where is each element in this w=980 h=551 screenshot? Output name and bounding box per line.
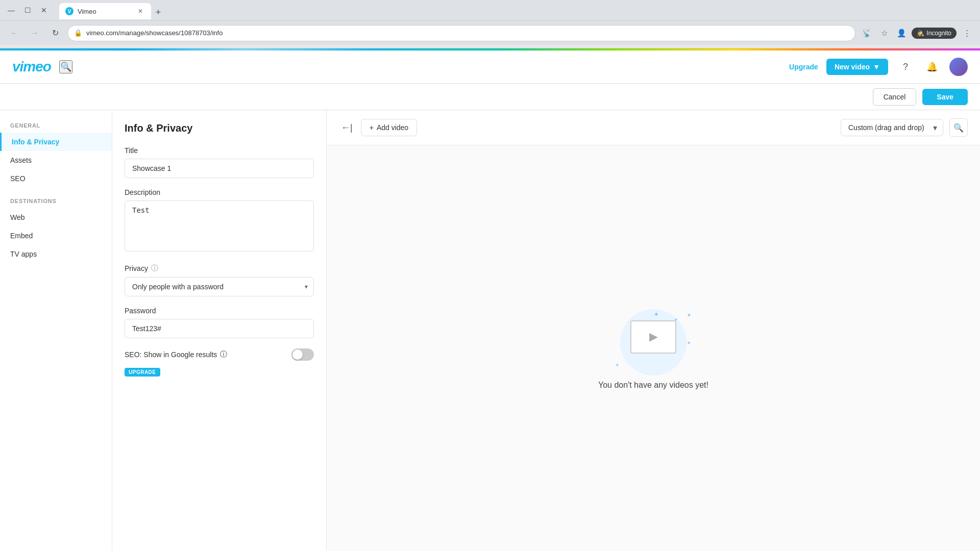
sidebar: GENERAL Info & Privacy Assets SEO DESTIN… <box>0 110 112 551</box>
browser-chrome: — ☐ ✕ V Vimeo ✕ + ← → ↻ 🔒 vimeo.com/mana… <box>0 0 980 48</box>
privacy-group: Privacy ⓘ Only people with a password An… <box>125 264 314 296</box>
avatar[interactable] <box>949 58 968 76</box>
sidebar-item-seo[interactable]: SEO <box>0 169 112 188</box>
description-textarea[interactable]: Test <box>125 201 314 252</box>
incognito-label: Incognito <box>926 30 951 37</box>
sparkle-icon-1: ✦ <box>653 310 659 318</box>
title-label: Title <box>125 146 314 155</box>
destinations-section-label: DESTINATIONS <box>0 198 112 208</box>
new-video-button[interactable]: New video ▼ <box>826 59 888 75</box>
main-layout: GENERAL Info & Privacy Assets SEO DESTIN… <box>0 110 980 551</box>
forward-nav-button[interactable]: → <box>27 25 43 41</box>
new-tab-button[interactable]: + <box>151 5 165 19</box>
privacy-info-icon: ⓘ <box>151 264 158 273</box>
sparkle-icon-3: ✦ <box>687 312 692 319</box>
sidebar-label-info-privacy: Info & Privacy <box>12 138 59 146</box>
description-label: Description <box>125 188 314 196</box>
privacy-select-wrapper: Only people with a password Anyone Only … <box>125 277 314 296</box>
upgrade-link[interactable]: Upgrade <box>789 63 818 71</box>
incognito-badge: 🕵 Incognito <box>912 28 957 39</box>
title-input[interactable] <box>125 159 314 178</box>
search-icon: 🔍 <box>953 123 964 133</box>
form-panel: Info & Privacy Title Description Test Pr… <box>112 110 327 551</box>
empty-screen: ▶ <box>630 320 676 354</box>
menu-icon[interactable]: ⋮ <box>960 26 974 40</box>
sidebar-item-tv-apps[interactable]: TV apps <box>0 245 112 263</box>
password-label: Password <box>125 307 314 315</box>
add-video-button[interactable]: + Add video <box>361 119 417 136</box>
browser-toolbar-icons: 📡 ☆ 👤 🕵 Incognito ⋮ <box>860 26 974 40</box>
profile-icon[interactable]: 👤 <box>894 26 909 40</box>
back-button[interactable]: ←| <box>339 120 355 135</box>
panel-title: Info & Privacy <box>125 122 314 134</box>
empty-state-text: You don't have any videos yet! <box>598 381 708 390</box>
sparkle-icon-2: ✦ <box>674 317 678 322</box>
privacy-select[interactable]: Only people with a password Anyone Only … <box>125 277 314 296</box>
sidebar-label-web: Web <box>10 213 25 221</box>
seo-toggle[interactable] <box>291 348 314 361</box>
content-toolbar: ←| + Add video Custom (drag and drop) Ne… <box>327 110 980 145</box>
password-group: Password <box>125 307 314 338</box>
active-tab[interactable]: V Vimeo ✕ <box>59 3 151 19</box>
lock-icon: 🔒 <box>74 29 82 37</box>
cancel-button[interactable]: Cancel <box>873 88 917 106</box>
back-nav-button[interactable]: ← <box>6 25 22 41</box>
sparkle-icon-5: ✦ <box>687 340 691 346</box>
minimize-button[interactable]: — <box>4 3 18 17</box>
address-bar-row: ← → ↻ 🔒 vimeo.com/manage/showcases/10878… <box>0 20 980 45</box>
chevron-down-icon: ▼ <box>873 63 880 71</box>
sidebar-item-info-privacy[interactable]: Info & Privacy <box>0 133 112 151</box>
search-icon[interactable]: 🔍 <box>59 60 72 73</box>
sidebar-item-embed[interactable]: Embed <box>0 227 112 245</box>
privacy-label: Privacy ⓘ <box>125 264 314 273</box>
incognito-icon: 🕵 <box>917 30 924 37</box>
maximize-button[interactable]: ☐ <box>20 3 35 17</box>
vimeo-logo: vimeo <box>12 59 51 75</box>
sort-select[interactable]: Custom (drag and drop) Newest first Olde… <box>841 119 943 136</box>
sparkle-icon-4: ✦ <box>615 362 619 368</box>
general-section-label: GENERAL <box>0 122 112 133</box>
content-search-button[interactable]: 🔍 <box>949 118 968 137</box>
sidebar-label-tv-apps: TV apps <box>10 250 37 258</box>
save-button[interactable]: Save <box>922 89 968 105</box>
close-button[interactable]: ✕ <box>37 3 51 17</box>
tab-title: Vimeo <box>78 8 96 15</box>
notifications-icon[interactable]: 🔔 <box>923 58 941 76</box>
tab-close-icon[interactable]: ✕ <box>136 7 145 16</box>
sidebar-label-assets: Assets <box>10 156 32 164</box>
address-bar-icons: 🔒 <box>74 29 82 37</box>
cast-icon[interactable]: 📡 <box>860 26 874 40</box>
description-group: Description Test <box>125 188 314 254</box>
save-cancel-row: Cancel Save <box>0 84 980 110</box>
bookmark-icon[interactable]: ☆ <box>877 26 891 40</box>
sidebar-item-web[interactable]: Web <box>0 208 112 227</box>
seo-label: SEO: Show in Google results ⓘ <box>125 350 227 359</box>
title-group: Title <box>125 146 314 178</box>
help-icon[interactable]: ? <box>896 58 915 76</box>
empty-illustration: ▶ ✦ ✦ ✦ ✦ ✦ <box>612 309 694 370</box>
tab-favicon: V <box>65 7 74 15</box>
sort-select-wrapper: Custom (drag and drop) Newest first Olde… <box>841 119 943 136</box>
content-panel: ←| + Add video Custom (drag and drop) Ne… <box>327 110 980 551</box>
new-video-label: New video <box>835 63 870 71</box>
header-right: Upgrade New video ▼ ? 🔔 <box>789 58 968 76</box>
upgrade-badge[interactable]: UPGRADE <box>125 368 160 377</box>
plus-icon: + <box>370 123 374 132</box>
play-icon: ▶ <box>649 330 658 343</box>
address-bar[interactable]: 🔒 vimeo.com/manage/showcases/10878703/in… <box>67 25 855 41</box>
tab-bar: V Vimeo ✕ + <box>55 1 169 19</box>
add-video-label: Add video <box>377 123 408 132</box>
password-input[interactable] <box>125 319 314 338</box>
refresh-button[interactable]: ↻ <box>47 25 63 41</box>
sidebar-label-embed: Embed <box>10 232 33 240</box>
seo-info-icon: ⓘ <box>220 350 227 359</box>
sidebar-item-assets[interactable]: Assets <box>0 151 112 169</box>
seo-group: SEO: Show in Google results ⓘ UPGRADE <box>125 348 314 377</box>
toggle-knob <box>292 349 303 360</box>
title-bar: — ☐ ✕ V Vimeo ✕ + <box>0 0 980 20</box>
url-text: vimeo.com/manage/showcases/10878703/info <box>86 29 849 37</box>
seo-row: SEO: Show in Google results ⓘ <box>125 348 314 361</box>
empty-state: ▶ ✦ ✦ ✦ ✦ ✦ You don't have any videos ye… <box>327 145 980 551</box>
app-header: vimeo 🔍 Upgrade New video ▼ ? 🔔 <box>0 51 980 84</box>
sidebar-label-seo: SEO <box>10 174 26 183</box>
